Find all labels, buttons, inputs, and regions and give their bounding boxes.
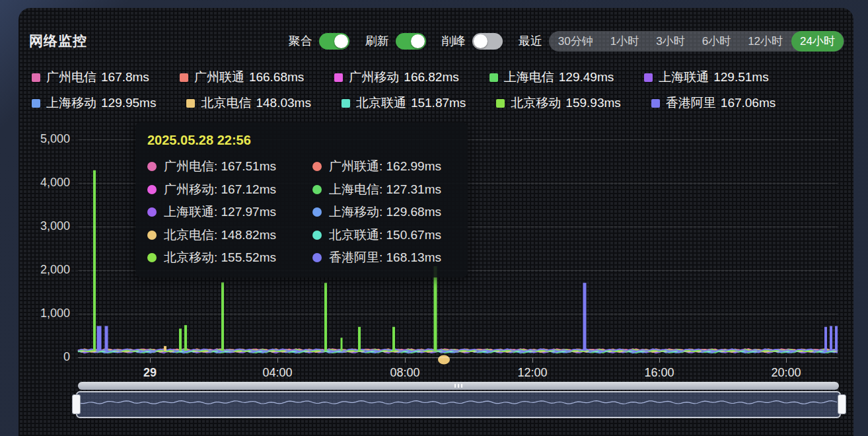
x-axis-tick (277, 358, 278, 363)
page-title: 网络监控 (29, 32, 87, 50)
x-axis-tick (659, 358, 660, 363)
tooltip-item: 上海联通: 127.97ms (147, 201, 312, 224)
legend-value: 167.8ms (101, 70, 149, 85)
legend-label: 香港阿里 (666, 94, 716, 112)
legend-label: 北京电信 (201, 94, 251, 112)
legend-value: 166.68ms (249, 70, 304, 85)
x-axis-tick (786, 358, 787, 363)
y-axis-label: 5,000 (22, 132, 70, 146)
range-button-6小时[interactable]: 6小时 (694, 31, 739, 52)
tooltip-text: 上海移动: 129.68ms (329, 203, 441, 221)
legend-label: 上海联通 (659, 69, 709, 86)
legend-value: 159.93ms (565, 96, 620, 110)
tooltip-dot-icon (147, 231, 157, 240)
time-range-control: 30分钟1小时3小时6小时12小时24小时 (549, 31, 844, 52)
toggle-label: 削峰 (442, 33, 466, 49)
range-button-3小时[interactable]: 3小时 (647, 31, 693, 52)
toggle-label: 聚合 (289, 33, 312, 49)
tooltip-item: 北京联通: 150.67ms (312, 224, 456, 247)
range-button-12小时[interactable]: 12小时 (739, 31, 791, 52)
tooltip-item: 广州移动: 167.12ms (147, 178, 312, 201)
tooltip-item: 广州联通: 162.99ms (312, 155, 456, 178)
header-controls: 聚合刷新削峰 最近 30分钟1小时3小时6小时12小时24小时 (289, 30, 844, 52)
legend-value: 151.87ms (411, 96, 466, 110)
legend-marker-icon (651, 99, 660, 108)
y-axis-label: 0 (22, 350, 70, 364)
legend-value: 129.95ms (101, 96, 156, 110)
tooltip-item: 香港阿里: 168.13ms (312, 246, 456, 270)
legend-item[interactable]: 北京电信148.03ms (186, 94, 310, 112)
datazoom-preview (77, 392, 840, 417)
legend-label: 广州移动 (349, 69, 399, 86)
datazoom-left-handle[interactable] (72, 394, 81, 414)
tooltip-text: 北京电信: 148.82ms (164, 227, 276, 244)
toggle-label: 刷新 (365, 33, 389, 49)
legend-value: 129.49ms (559, 70, 614, 85)
tooltip-dot-icon (312, 185, 322, 194)
legend-item[interactable]: 广州联通166.68ms (180, 69, 304, 86)
toggle-group: 聚合刷新削峰 (289, 33, 503, 50)
legend-label: 上海电信 (504, 69, 554, 86)
tooltip-dot-icon (312, 231, 322, 240)
legend-item[interactable]: 上海联通129.51ms (644, 69, 768, 86)
legend-label: 广州联通 (194, 69, 244, 86)
datazoom-grip-icon[interactable] (454, 384, 462, 388)
series-legend: 广州电信167.8ms广州联通166.68ms广州移动166.82ms上海电信1… (32, 69, 776, 112)
legend-item[interactable]: 广州电信167.8ms (32, 69, 149, 86)
tooltip-dot-icon (147, 185, 157, 194)
x-axis-tick (405, 358, 406, 363)
y-axis-label: 3,000 (22, 219, 70, 233)
datazoom-scrollbar[interactable] (78, 382, 839, 390)
tooltip-timestamp: 2025.05.28 22:56 (147, 133, 456, 148)
legend-marker-icon (180, 73, 188, 82)
tooltip-dot-icon (312, 253, 322, 262)
range-button-24小时[interactable]: 24小时 (791, 31, 844, 52)
legend-item[interactable]: 上海电信129.49ms (489, 69, 614, 86)
datazoom-window[interactable] (76, 391, 841, 418)
toggle-switch[interactable] (396, 33, 426, 50)
datazoom-right-handle[interactable] (838, 394, 846, 414)
legend-label: 上海移动 (46, 94, 96, 112)
tooltip-text: 上海电信: 127.31ms (329, 181, 441, 198)
toggle-knob (334, 34, 348, 48)
toggle-switch[interactable] (319, 33, 349, 50)
tooltip-text: 北京联通: 150.67ms (329, 227, 441, 244)
legend-row: 上海移动129.95ms北京电信148.03ms北京联通151.87ms北京移动… (32, 94, 776, 112)
legend-item[interactable]: 广州移动166.82ms (334, 69, 458, 86)
x-axis-tick (150, 358, 151, 363)
tooltip-item: 北京电信: 148.82ms (147, 224, 312, 247)
tooltip-dot-icon (147, 162, 157, 171)
legend-item[interactable]: 香港阿里167.06ms (651, 94, 776, 112)
legend-value: 167.06ms (721, 96, 776, 110)
toggle-item-1: 刷新 (365, 33, 426, 50)
legend-marker-icon (32, 73, 40, 82)
below-axis-marker (438, 355, 450, 365)
legend-marker-icon (32, 99, 40, 108)
toggle-knob (474, 34, 488, 48)
tooltip-dot-icon (147, 207, 157, 217)
legend-value: 148.03ms (256, 96, 310, 110)
toggle-knob (411, 34, 425, 48)
legend-marker-icon (489, 73, 498, 82)
y-axis-label: 1,000 (22, 307, 70, 320)
tooltip-dot-icon (312, 162, 322, 171)
legend-item[interactable]: 上海移动129.95ms (32, 94, 156, 112)
legend-item[interactable]: 北京移动159.93ms (496, 94, 620, 112)
legend-row: 广州电信167.8ms广州联通166.68ms广州移动166.82ms上海电信1… (32, 69, 776, 86)
legend-label: 北京联通 (356, 94, 406, 112)
range-button-1小时[interactable]: 1小时 (602, 31, 647, 52)
toggle-item-0: 聚合 (289, 33, 349, 50)
tooltip-text: 广州联通: 162.99ms (329, 158, 441, 175)
legend-item[interactable]: 北京联通151.87ms (342, 94, 466, 112)
legend-label: 广州电信 (46, 69, 96, 86)
chart-tooltip: 2025.05.28 22:56 广州电信: 167.51ms广州联通: 162… (135, 122, 468, 277)
range-button-30分钟[interactable]: 30分钟 (550, 31, 602, 52)
grip-bar (458, 384, 459, 388)
x-axis-label: 16:00 (644, 366, 674, 380)
x-axis-tick (532, 358, 533, 363)
toggle-item-2: 削峰 (442, 33, 503, 50)
toggle-switch[interactable] (472, 33, 503, 50)
legend-marker-icon (342, 99, 350, 108)
x-axis-label: 12:00 (517, 366, 547, 380)
y-axis-label: 2,000 (22, 263, 70, 277)
